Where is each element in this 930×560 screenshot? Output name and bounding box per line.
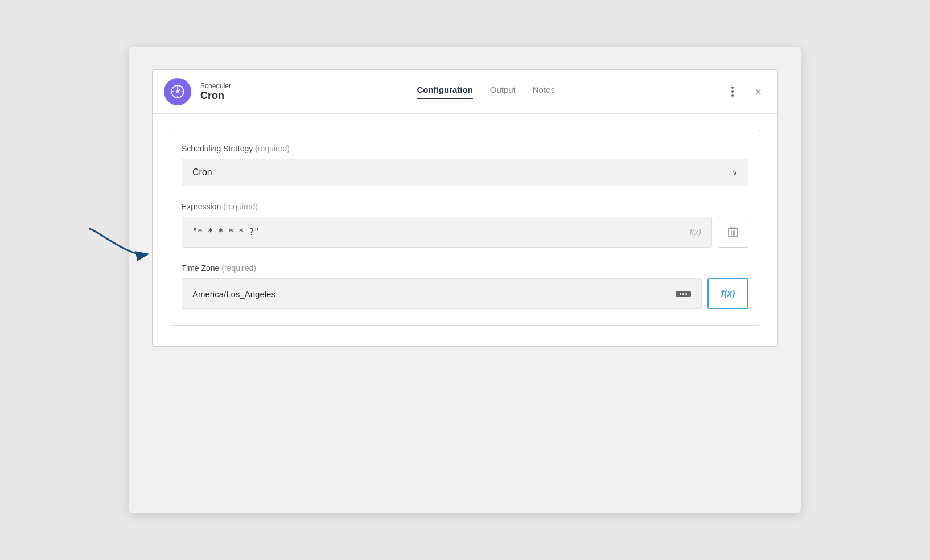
timezone-value: America/Los_Angeles bbox=[192, 289, 275, 299]
close-button[interactable]: × bbox=[750, 83, 766, 101]
dots-menu-button[interactable] bbox=[729, 84, 736, 99]
tab-output[interactable]: Output bbox=[490, 85, 516, 99]
dot bbox=[731, 94, 734, 97]
scheduler-panel: Scheduler Cron Configuration Output Note… bbox=[152, 69, 778, 347]
expression-fx-label: f(x) bbox=[690, 228, 701, 237]
timezone-label: Time Zone (required) bbox=[182, 263, 748, 273]
panel-content: Scheduling Strategy (required) Cron ∨ Ex… bbox=[153, 114, 777, 346]
timezone-section: Time Zone (required) America/Los_Angeles bbox=[182, 263, 748, 309]
header-actions: × bbox=[729, 83, 766, 101]
expression-input[interactable]: "* * * * * ?" f(x) bbox=[182, 217, 712, 248]
expression-row: "* * * * * ?" f(x) bbox=[182, 217, 748, 248]
node-subtitle: Scheduler bbox=[200, 82, 231, 90]
tabs-container: Configuration Output Notes bbox=[252, 85, 720, 99]
scheduling-strategy-select[interactable]: Cron ∨ bbox=[182, 159, 748, 186]
fx-button[interactable]: f(x) bbox=[707, 278, 748, 309]
more-dot bbox=[685, 293, 687, 295]
expression-value: "* * * * * ?" bbox=[192, 227, 259, 237]
select-value: Cron bbox=[192, 167, 212, 178]
node-name: Cron bbox=[200, 90, 231, 102]
select-display[interactable]: Cron ∨ bbox=[182, 159, 748, 186]
node-title: Scheduler Cron bbox=[200, 82, 231, 102]
dot bbox=[731, 87, 734, 89]
expression-label: Expression (required) bbox=[182, 202, 748, 211]
tab-configuration[interactable]: Configuration bbox=[417, 85, 472, 99]
expression-section: Expression (required) "* * * * * ?" f(x) bbox=[182, 202, 748, 248]
header-divider bbox=[743, 84, 743, 100]
more-options-button[interactable] bbox=[676, 291, 691, 297]
scheduling-strategy-label: Scheduling Strategy (required) bbox=[182, 144, 748, 153]
more-dot bbox=[682, 293, 684, 295]
timezone-input[interactable]: America/Los_Angeles bbox=[182, 278, 702, 309]
delete-button[interactable] bbox=[718, 217, 748, 248]
tab-notes[interactable]: Notes bbox=[533, 85, 555, 99]
timezone-row: America/Los_Angeles f(x) bbox=[182, 278, 748, 309]
chevron-down-icon: ∨ bbox=[732, 168, 738, 177]
scheduling-strategy-section: Scheduling Strategy (required) Cron ∨ bbox=[182, 144, 748, 186]
node-icon bbox=[164, 78, 191, 105]
panel-header: Scheduler Cron Configuration Output Note… bbox=[153, 70, 777, 114]
config-section: Scheduling Strategy (required) Cron ∨ Ex… bbox=[170, 130, 760, 326]
dot bbox=[731, 90, 734, 93]
arrow-annotation bbox=[84, 223, 152, 271]
more-dot bbox=[680, 293, 681, 295]
